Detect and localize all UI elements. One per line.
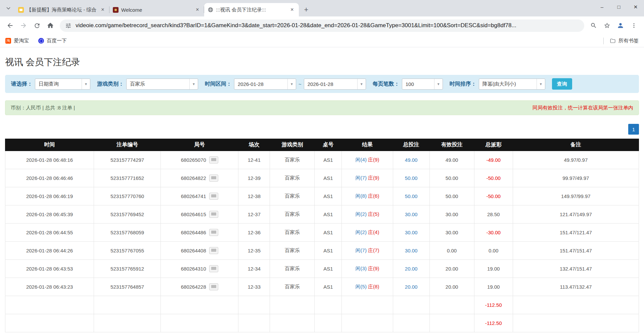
cell-total-bet[interactable]: 30.00 [393, 242, 429, 260]
header-game-type: 游戏类别 [270, 139, 315, 151]
cell-total-bet[interactable]: 49.00 [393, 151, 429, 169]
page-1-button[interactable]: 1 [628, 124, 639, 135]
all-bookmarks-button[interactable]: 所有书签 [610, 38, 639, 44]
cell-total-bet[interactable]: 30.00 [393, 224, 429, 242]
cell-result: 闲(2) 庄(5) [342, 205, 393, 224]
player-result: 闲(7) [356, 247, 367, 253]
banker-result: 庄(9) [368, 175, 379, 181]
maximize-button[interactable]: □ [610, 0, 627, 14]
video-replay-icon[interactable] [209, 211, 218, 218]
cell-note: 132.47/151.47 [513, 260, 639, 278]
cell-bet-id: 523157765912 [94, 260, 161, 278]
tab-strip: 【新提醒】海燕策略论坛 - 综合... ✕ Welcome ✕ :::视讯 会员… [0, 0, 644, 16]
cell-total-bet[interactable]: 50.00 [393, 169, 429, 187]
close-button[interactable]: ✕ [627, 0, 644, 14]
video-replay-icon[interactable] [209, 247, 218, 254]
cell-session: 12-35 [238, 242, 270, 260]
cell-round: 680264228 [161, 278, 238, 296]
round-number: 680265070 [181, 157, 206, 163]
baidu-icon [38, 38, 44, 44]
cell-table: AS1 [315, 151, 342, 169]
search-button[interactable]: 查询 [552, 78, 572, 90]
tab-bet-records[interactable]: :::视讯 会员下注纪录::: ✕ [204, 3, 299, 16]
video-replay-icon[interactable] [209, 175, 218, 182]
pagination-top: 1 [5, 124, 639, 135]
video-replay-icon[interactable] [209, 193, 218, 200]
total-row: 总计 8 279.00 249.00 -112.50 [5, 314, 639, 332]
cell-total-bet[interactable]: 20.00 [393, 260, 429, 278]
player-result: 闲(3) [356, 266, 367, 271]
cell-valid-bet: 30.00 [429, 205, 474, 224]
date-end-select[interactable]: 2026-01-28 ▼ [304, 79, 366, 90]
search-lens-button[interactable] [588, 19, 600, 32]
page-title: 视讯 会员下注纪录 [5, 47, 639, 75]
video-replay-icon[interactable] [209, 283, 218, 290]
cell-valid-bet: 20.00 [429, 278, 474, 296]
tab-forum[interactable]: 【新提醒】海燕策略论坛 - 综合... ✕ [15, 3, 109, 16]
site-info-icon[interactable] [65, 22, 72, 29]
sort-select[interactable]: 降冪(由大到小) ▼ [479, 79, 545, 90]
taobao-icon: 淘 [5, 38, 11, 44]
cell-total-bet[interactable]: 50.00 [393, 187, 429, 205]
game-type-select[interactable]: 百家乐 ▼ [126, 79, 198, 90]
divider [603, 38, 604, 44]
cell-time: 2026-01-28 06:46:46 [5, 169, 94, 187]
tab-close-icon[interactable]: ✕ [289, 6, 295, 13]
cell-bet-id: 523157770760 [94, 187, 161, 205]
video-replay-icon[interactable] [209, 229, 218, 236]
page-size-select[interactable]: 100 ▼ [402, 79, 443, 90]
table-body: 2026-01-28 06:48:16 523157774297 6802650… [5, 151, 639, 332]
forward-button[interactable] [17, 19, 30, 32]
url-bar[interactable]: videoie.com/game/betrecord_search/kind3?… [60, 19, 584, 32]
cell-time: 2026-01-28 06:48:16 [5, 151, 94, 169]
date-start-select[interactable]: 2026-01-28 ▼ [234, 79, 296, 90]
tab-search-button[interactable] [3, 3, 13, 13]
cell-bet-id: 523157767055 [94, 242, 161, 260]
tab-close-icon[interactable]: ✕ [99, 6, 106, 13]
cell-time: 2026-01-28 06:44:26 [5, 242, 94, 260]
valid-bet-notice: 同局有效投注，统一计算在该局第一张注单内 [533, 105, 633, 111]
header-valid-bet: 有效投注 [429, 139, 474, 151]
cell-time: 2026-01-28 06:45:39 [5, 205, 94, 224]
cell-result: 闲(8) 庄(6) [342, 187, 393, 205]
round-number: 680264822 [181, 175, 206, 181]
page-content: 视讯 会员下注纪录 请选择： 日期查询 ▼ 游戏类别： 百家乐 ▼ 时间区间： … [0, 47, 644, 335]
menu-button[interactable] [628, 19, 640, 32]
cell-note: 151.47/121.47 [513, 224, 639, 242]
bookmark-baidu[interactable]: 百度一下 [38, 38, 67, 44]
cell-payout: 19.00 [474, 278, 513, 296]
tab-welcome[interactable]: Welcome ✕ [109, 3, 204, 16]
table-row: 2026-01-28 06:44:55 523157768059 6802644… [5, 224, 639, 242]
cell-total-bet[interactable]: 30.00 [393, 205, 429, 224]
header-round: 局号 [161, 139, 238, 151]
banker-result: 庄(8) [368, 284, 379, 289]
refresh-button[interactable] [31, 19, 43, 32]
minimize-button[interactable]: – [594, 0, 610, 14]
table-row: 2026-01-28 06:43:53 523157765912 6802643… [5, 260, 639, 278]
cell-total-bet[interactable]: 20.00 [393, 278, 429, 296]
profile-avatar-button[interactable] [614, 19, 627, 32]
video-replay-icon[interactable] [209, 265, 218, 272]
video-replay-icon[interactable] [209, 156, 218, 163]
banker-result: 庄(7) [368, 247, 379, 253]
cell-valid-bet: 50.00 [429, 187, 474, 205]
home-button[interactable] [44, 19, 56, 32]
cell-table: AS1 [315, 242, 342, 260]
header-session: 场次 [238, 139, 270, 151]
cell-game-type: 百家乐 [270, 169, 315, 187]
cell-payout: -50.00 [474, 169, 513, 187]
bookmark-taobao[interactable]: 淘 爱淘宝 [5, 38, 29, 44]
tab-close-icon[interactable]: ✕ [194, 6, 201, 13]
new-tab-button[interactable]: + [301, 4, 312, 15]
round-number: 680264741 [181, 193, 206, 199]
table-row: 2026-01-28 06:44:26 523157767055 6802644… [5, 242, 639, 260]
cell-result: 闲(7) 庄(7) [342, 242, 393, 260]
date-range-separator: ~ [298, 81, 302, 87]
bookmark-star-button[interactable] [601, 19, 613, 32]
bookmarks-bar: 淘 爱淘宝 百度一下 所有书签 [0, 35, 644, 47]
total-count: 8 [94, 314, 161, 332]
date-type-select[interactable]: 日期查询 ▼ [35, 79, 90, 90]
back-button[interactable] [4, 19, 16, 32]
player-result: 闲(5) [356, 284, 367, 289]
cell-round: 680264486 [161, 224, 238, 242]
